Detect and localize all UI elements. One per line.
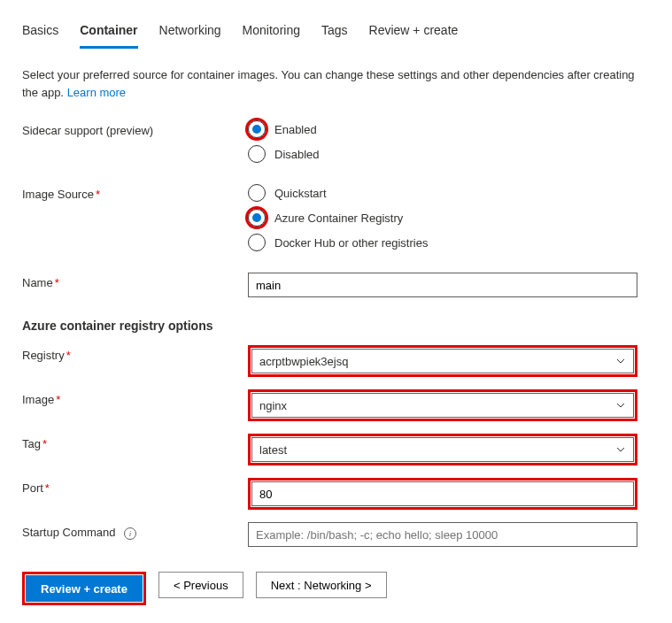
- tag-label: Tag*: [22, 434, 248, 450]
- tab-container[interactable]: Container: [80, 18, 137, 49]
- required-star: *: [42, 437, 47, 450]
- tab-tags[interactable]: Tags: [321, 18, 348, 48]
- image-source-label: Image Source*: [22, 184, 248, 201]
- chevron-down-icon: [615, 356, 626, 366]
- required-star: *: [96, 188, 100, 201]
- startup-input[interactable]: [248, 522, 637, 547]
- image-highlight: nginx: [248, 389, 637, 421]
- radio-label: Enabled: [274, 123, 317, 136]
- radio-icon: [248, 145, 266, 163]
- sidecar-radio-group: Enabled Disabled: [248, 120, 637, 163]
- port-label: Port*: [22, 478, 248, 495]
- info-icon[interactable]: i: [124, 527, 136, 540]
- required-star: *: [56, 393, 60, 406]
- registry-highlight: acrptbwpiek3ejsq: [248, 345, 637, 377]
- image-source-acr-radio[interactable]: Azure Container Registry: [248, 209, 637, 227]
- image-value: nginx: [259, 399, 287, 412]
- sidecar-enabled-radio[interactable]: Enabled: [248, 120, 637, 138]
- sidecar-label: Sidecar support (preview): [22, 120, 248, 137]
- sidecar-disabled-radio[interactable]: Disabled: [248, 145, 637, 163]
- registry-value: acrptbwpiek3ejsq: [259, 355, 348, 368]
- image-select[interactable]: nginx: [251, 393, 634, 418]
- image-source-docker-radio[interactable]: Docker Hub or other registries: [248, 234, 637, 251]
- radio-label: Docker Hub or other registries: [274, 236, 428, 250]
- image-source-radio-group: Quickstart Azure Container Registry Dock…: [248, 184, 637, 251]
- registry-select[interactable]: acrptbwpiek3ejsq: [251, 349, 634, 373]
- tag-highlight: latest: [248, 434, 637, 465]
- name-input[interactable]: [248, 273, 637, 297]
- previous-button[interactable]: < Previous: [158, 572, 243, 577]
- acr-section-heading: Azure container registry options: [22, 319, 650, 333]
- learn-more-link[interactable]: Learn more: [67, 86, 126, 99]
- tab-monitoring[interactable]: Monitoring: [243, 18, 300, 48]
- required-star: *: [55, 276, 59, 289]
- tag-value: latest: [259, 443, 287, 457]
- radio-label: Azure Container Registry: [274, 212, 403, 225]
- tab-networking[interactable]: Networking: [159, 18, 221, 48]
- required-star: *: [45, 481, 50, 495]
- port-input[interactable]: [251, 481, 634, 506]
- chevron-down-icon: [615, 400, 626, 411]
- startup-label: Startup Command i: [22, 522, 248, 540]
- radio-icon: [248, 209, 266, 227]
- next-button[interactable]: Next : Networking >: [256, 572, 387, 577]
- radio-icon: [248, 184, 266, 202]
- required-star: *: [66, 349, 71, 362]
- registry-label: Registry*: [22, 345, 248, 362]
- tab-basics[interactable]: Basics: [22, 18, 58, 48]
- tag-select[interactable]: latest: [251, 437, 634, 462]
- review-create-button[interactable]: Review + create: [26, 575, 143, 577]
- port-highlight: [248, 478, 637, 510]
- intro-text: Select your preferred source for contain…: [22, 66, 650, 101]
- name-label: Name*: [22, 273, 248, 289]
- image-label: Image*: [22, 389, 248, 406]
- radio-label: Quickstart: [274, 187, 327, 200]
- radio-icon: [248, 234, 266, 251]
- radio-label: Disabled: [274, 148, 320, 161]
- radio-icon: [248, 120, 266, 138]
- footer-buttons: Review + create < Previous Next : Networ…: [22, 572, 387, 577]
- review-create-highlight: Review + create: [22, 572, 146, 577]
- chevron-down-icon: [615, 444, 626, 455]
- tab-bar: Basics Container Networking Monitoring T…: [22, 18, 650, 49]
- tab-review[interactable]: Review + create: [369, 18, 459, 48]
- image-source-quickstart-radio[interactable]: Quickstart: [248, 184, 637, 202]
